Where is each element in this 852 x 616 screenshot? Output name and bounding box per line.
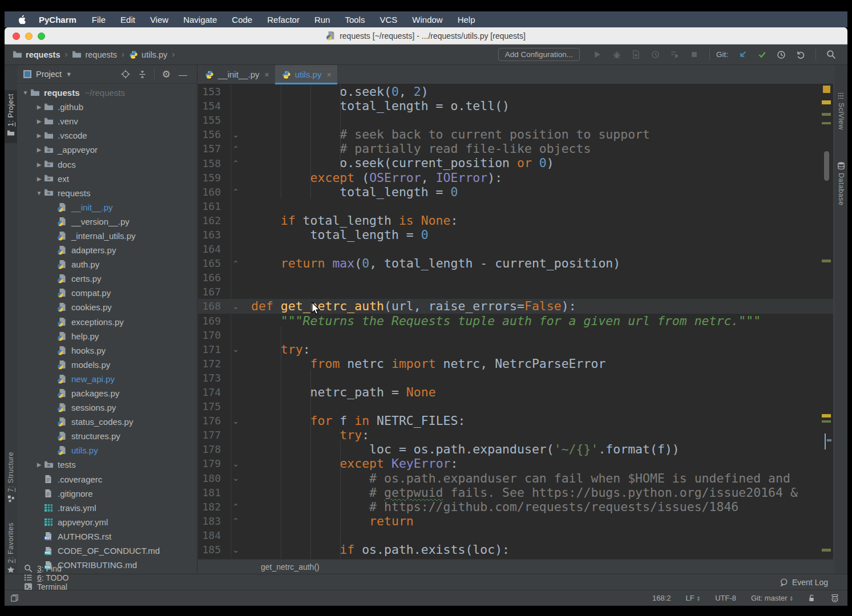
code-line-181[interactable]: 181 # getpwuid fails. See https://bugs.p… [198, 485, 833, 500]
tool-window-button-project[interactable]: 1: Project [5, 90, 17, 143]
profiler-icon[interactable] [649, 48, 663, 62]
line-number[interactable]: 178 [198, 443, 221, 455]
vcs-rollback-icon[interactable] [794, 48, 807, 62]
code-line-162[interactable]: 162 if total_length is None: [198, 213, 833, 228]
code-line-169[interactable]: 169 """Returns the Requests tuple auth f… [198, 314, 833, 328]
code-line-160[interactable]: 160⌃ total_length = 0 [198, 185, 833, 199]
line-number[interactable]: 184 [198, 529, 221, 541]
stop-icon[interactable] [688, 48, 701, 62]
line-number[interactable]: 170 [198, 329, 221, 341]
add-configuration-button[interactable]: Add Configuration... [498, 48, 580, 61]
line-number[interactable]: 173 [198, 372, 221, 384]
tool-window-button-structure[interactable]: 7: Structure [5, 448, 17, 509]
tab-__init__.py[interactable]: __init__.py× [198, 65, 275, 84]
code-line-179[interactable]: 179⌄ except KeyError: [198, 456, 833, 471]
code-line-183[interactable]: 183⌃ return [198, 514, 833, 528]
tree-item-.vscode[interactable]: ▶.vscode [17, 128, 197, 143]
apple-menu-icon[interactable] [18, 15, 26, 25]
breadcrumb-utils.py[interactable]: utils.py [129, 50, 167, 59]
code-line-155[interactable]: 155 [198, 113, 833, 127]
tree-item-_appveyor[interactable]: ▶_appveyor [17, 143, 197, 157]
line-number[interactable]: 164 [198, 243, 221, 255]
tree-item-sessions.py[interactable]: sessions.py [17, 400, 197, 415]
code-line-165[interactable]: 165⌃ return max(0, total_length - curren… [198, 256, 833, 270]
unlocked-icon[interactable] [808, 594, 815, 602]
close-tab-icon[interactable]: × [326, 70, 331, 79]
tree-closed-arrow-icon[interactable]: ▶ [34, 132, 44, 139]
chevron-down-icon[interactable]: ▼ [66, 71, 72, 78]
code-line-182[interactable]: 182⌃ # https://github.com/requests/reque… [198, 500, 833, 514]
code-line-166[interactable]: 166 [198, 270, 833, 285]
tree-item-exceptions.py[interactable]: exceptions.py [17, 315, 197, 329]
search-everywhere-icon[interactable] [824, 48, 838, 62]
code-line-161[interactable]: 161 [198, 199, 833, 213]
editor-scrollbar-thumb[interactable] [824, 151, 829, 181]
menu-item-code[interactable]: Code [224, 15, 260, 25]
tool-window-quick-access-icon[interactable] [10, 594, 19, 602]
tree-item-ext[interactable]: ▶ext [17, 172, 197, 186]
menu-item-pycharm[interactable]: PyCharm [31, 15, 84, 25]
code-line-185[interactable]: 185⌄ if os.path.exists(loc): [198, 542, 833, 557]
tree-item-adapters.py[interactable]: adapters.py [17, 243, 197, 257]
current-function-breadcrumb[interactable]: get_netrc_auth() [261, 562, 320, 572]
menu-item-refactor[interactable]: Refactor [260, 15, 307, 25]
line-number[interactable]: 158 [198, 157, 221, 169]
error-stripe-mark[interactable] [822, 414, 831, 418]
run-with-coverage-icon[interactable] [629, 48, 643, 62]
tree-item-_internal_utils.py[interactable]: _internal_utils.py [17, 229, 197, 243]
error-stripe-mark[interactable] [827, 439, 831, 441]
code-line-157[interactable]: 157⌃ # partially read file-like objects [198, 141, 833, 156]
run-icon[interactable] [591, 48, 604, 62]
line-number[interactable]: 169 [198, 315, 221, 327]
code-line-172[interactable]: 172 from netrc import netrc, NetrcParseE… [198, 356, 833, 371]
menu-item-navigate[interactable]: Navigate [176, 15, 224, 25]
tree-item-requests[interactable]: ▼requests~/requests [17, 86, 197, 100]
tree-closed-arrow-icon[interactable]: ▶ [34, 118, 44, 124]
breadcrumb-requests[interactable]: requests [72, 50, 117, 59]
locate-file-icon[interactable] [121, 70, 130, 79]
code-line-167[interactable]: 167 [198, 285, 833, 299]
code-line-154[interactable]: 154 total_length = o.tell() [198, 99, 833, 113]
line-number[interactable]: 161 [198, 200, 221, 212]
line-number[interactable]: 172 [198, 358, 221, 370]
tree-item-structures.py[interactable]: structures.py [17, 429, 197, 443]
code-line-170[interactable]: 170 [198, 328, 833, 342]
git-branch-widget[interactable]: Git: master ▲▼ [751, 594, 793, 602]
line-number[interactable]: 174 [198, 386, 221, 398]
error-stripe-mark[interactable] [822, 100, 831, 104]
caret-position-widget[interactable]: 168:2 [652, 594, 671, 602]
vcs-commit-icon[interactable] [755, 48, 769, 62]
tree-item-tests[interactable]: ▶tests [17, 457, 197, 472]
code-line-178[interactable]: 178 loc = os.path.expanduser('~/{}'.form… [198, 442, 833, 456]
collapse-all-icon[interactable] [138, 70, 147, 79]
line-number[interactable]: 181 [198, 487, 221, 499]
tree-item-AUTHORS.rst[interactable]: RSTAUTHORS.rst [17, 529, 197, 544]
line-number[interactable]: 166 [198, 271, 221, 283]
line-number[interactable]: 177 [198, 429, 221, 441]
run-configurations-icon[interactable] [668, 48, 682, 62]
line-number[interactable]: 165 [198, 257, 221, 269]
tree-item-__init__.py[interactable]: __init__.py [17, 200, 197, 214]
minimize-window-button[interactable] [25, 33, 33, 40]
breadcrumb-requests[interactable]: requests [13, 50, 60, 59]
code-line-153[interactable]: 153 o.seek(0, 2) [198, 84, 833, 99]
line-number[interactable]: 171 [198, 343, 221, 355]
line-number[interactable]: 154 [198, 100, 221, 112]
error-stripe-mark[interactable] [822, 420, 831, 423]
code-line-180[interactable]: 180⌄ # os.path.expanduser can fail when … [198, 471, 833, 485]
error-stripe-mark[interactable] [822, 549, 831, 552]
tree-closed-arrow-icon[interactable]: ▶ [34, 161, 44, 168]
project-panel-title[interactable]: Project [36, 70, 62, 79]
line-number[interactable]: 175 [198, 400, 221, 412]
gear-icon[interactable]: ⚙ [162, 68, 171, 80]
tree-item-CODE_OF_CONDUCT.md[interactable]: MDCODE_OF_CONDUCT.md [17, 544, 197, 558]
menu-item-tools[interactable]: Tools [337, 15, 372, 25]
menu-item-run[interactable]: Run [307, 15, 338, 25]
line-number[interactable]: 159 [198, 172, 221, 184]
close-window-button[interactable] [13, 33, 20, 40]
line-number[interactable]: 153 [198, 86, 221, 98]
line-number[interactable]: 155 [198, 114, 221, 126]
code-line-171[interactable]: 171⌄ try: [198, 342, 833, 356]
menu-item-vcs[interactable]: VCS [372, 15, 405, 25]
line-number[interactable]: 183 [198, 515, 221, 527]
